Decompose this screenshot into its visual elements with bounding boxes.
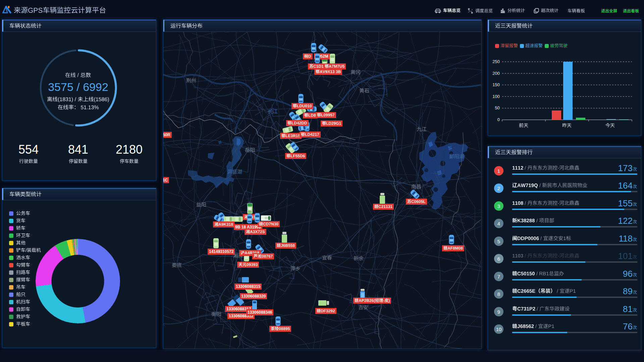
svg-text:50: 50 xyxy=(495,105,500,110)
svg-text:200: 200 xyxy=(492,71,500,76)
svg-text:100: 100 xyxy=(492,94,500,99)
svg-text:0: 0 xyxy=(497,117,500,122)
svg-text:150: 150 xyxy=(492,82,500,87)
svg-text:250: 250 xyxy=(492,59,500,64)
